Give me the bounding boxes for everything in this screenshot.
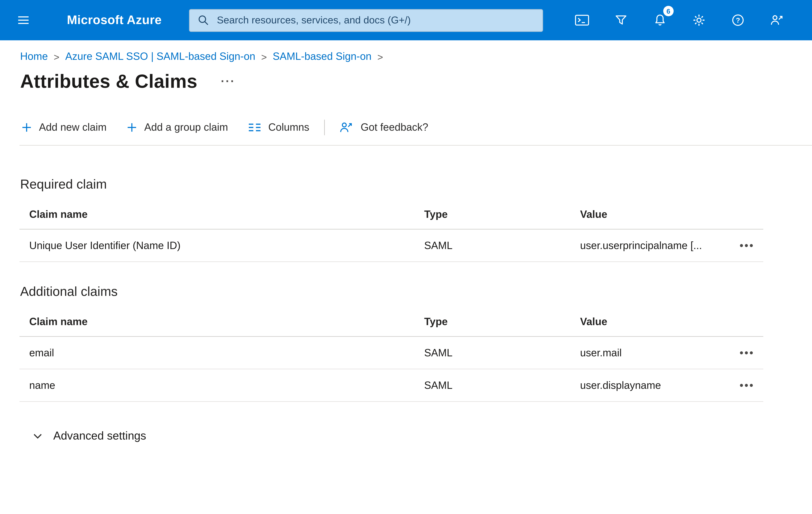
toolbar-divider: [324, 119, 325, 135]
search-icon: [198, 14, 209, 26]
hamburger-icon: [17, 13, 30, 27]
search-input[interactable]: [216, 13, 534, 27]
toolbar-rule: [20, 145, 812, 146]
help-icon: ?: [731, 13, 745, 27]
topbar-icon-group: 6 ?: [562, 0, 796, 40]
cloud-shell-icon: [575, 14, 589, 26]
columns-label: Columns: [268, 121, 309, 133]
add-group-claim-button[interactable]: Add a group claim: [125, 120, 229, 135]
page-header: Attributes & Claims ···: [0, 62, 812, 92]
claim-name-cell: name: [20, 379, 424, 391]
feedback-person-icon: [339, 121, 353, 134]
column-header-type: Type: [424, 208, 580, 220]
topbar: Microsoft Azure 6 ?: [0, 0, 812, 40]
required-claim-heading: Required claim: [20, 177, 812, 192]
notification-badge: 6: [663, 6, 674, 16]
breadcrumb: Home > Azure SAML SSO | SAML-based Sign-…: [0, 40, 812, 62]
directory-filter-icon: [614, 13, 628, 27]
breadcrumb-separator: >: [377, 51, 383, 62]
got-feedback-button[interactable]: Got feedback?: [338, 119, 430, 135]
columns-button[interactable]: Columns: [247, 120, 311, 135]
column-header-value: Value: [580, 316, 731, 327]
table-row[interactable]: Unique User Identifier (Name ID) SAML us…: [20, 229, 763, 262]
column-header-claim-name: Claim name: [20, 316, 424, 327]
notifications-button[interactable]: 6: [646, 0, 674, 40]
got-feedback-label: Got feedback?: [361, 121, 428, 133]
table-header-row: Claim name Type Value: [20, 307, 763, 337]
cloud-shell-button[interactable]: [568, 0, 596, 40]
claim-value-cell: user.displayname: [580, 379, 731, 391]
breadcrumb-separator: >: [54, 51, 59, 62]
hamburger-menu-button[interactable]: [8, 0, 39, 40]
global-search-box: [189, 9, 543, 31]
bell-icon: [654, 13, 666, 27]
chevron-down-icon: [32, 431, 43, 441]
feedback-button[interactable]: [763, 0, 791, 40]
claim-value-cell: user.mail: [580, 347, 731, 359]
additional-claims-table: Claim name Type Value email SAML user.ma…: [20, 307, 763, 402]
add-group-claim-label: Add a group claim: [144, 121, 228, 133]
table-row[interactable]: email SAML user.mail •••: [20, 337, 763, 369]
additional-claims-heading: Additional claims: [20, 284, 812, 299]
table-header-row: Claim name Type Value: [20, 199, 763, 229]
page-title: Attributes & Claims: [20, 71, 198, 92]
azure-portal-window: Microsoft Azure 6 ?: [0, 0, 812, 514]
column-header-type: Type: [424, 316, 580, 327]
claim-type-cell: SAML: [424, 240, 580, 251]
columns-icon: [248, 123, 261, 132]
plus-icon: [22, 122, 32, 133]
breadcrumb-home[interactable]: Home: [20, 51, 48, 62]
settings-button[interactable]: [685, 0, 713, 40]
claim-type-cell: SAML: [424, 379, 580, 391]
column-header-claim-name: Claim name: [20, 208, 424, 220]
add-new-claim-label: Add new claim: [39, 121, 107, 133]
breadcrumb-saml-signon[interactable]: SAML-based Sign-on: [273, 51, 371, 62]
claim-type-cell: SAML: [424, 347, 580, 359]
row-context-menu-button[interactable]: •••: [737, 344, 757, 361]
row-context-menu-button[interactable]: •••: [737, 377, 757, 394]
row-context-menu-button[interactable]: •••: [737, 237, 757, 254]
page-more-button[interactable]: ···: [218, 72, 238, 91]
advanced-settings-toggle[interactable]: Advanced settings: [31, 428, 147, 444]
column-header-value: Value: [580, 208, 731, 220]
feedback-person-icon: [770, 13, 784, 27]
gear-icon: [693, 13, 705, 27]
help-button[interactable]: ?: [724, 0, 752, 40]
breadcrumb-saml-sso[interactable]: Azure SAML SSO | SAML-based Sign-on: [65, 51, 255, 62]
advanced-settings-label: Advanced settings: [53, 429, 146, 443]
breadcrumb-separator: >: [261, 51, 267, 62]
claim-name-cell: Unique User Identifier (Name ID): [20, 240, 424, 251]
claim-value-cell: user.userprincipalname [...: [580, 240, 731, 251]
claim-name-cell: email: [20, 347, 424, 359]
required-claim-table: Claim name Type Value Unique User Identi…: [20, 199, 763, 262]
add-new-claim-button[interactable]: Add new claim: [20, 120, 108, 135]
svg-text:?: ?: [736, 17, 740, 24]
directories-filter-button[interactable]: [607, 0, 635, 40]
azure-brand[interactable]: Microsoft Azure: [67, 13, 162, 27]
table-row[interactable]: name SAML user.displayname •••: [20, 369, 763, 402]
plus-icon: [127, 122, 137, 133]
command-bar: Add new claim Add a group claim Columns …: [0, 92, 812, 135]
